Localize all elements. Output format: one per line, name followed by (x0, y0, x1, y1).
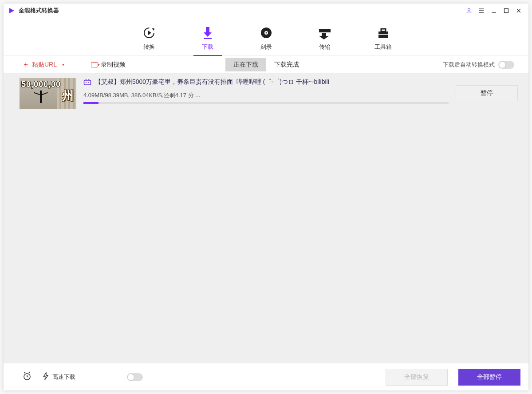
chevron-down-icon: ▾ (62, 62, 64, 67)
svg-rect-14 (204, 38, 212, 39)
record-video-button[interactable]: 录制视频 (91, 61, 126, 69)
tab-burn-label: 刻录 (250, 43, 282, 51)
transfer-icon (309, 25, 341, 40)
svg-point-1 (468, 8, 470, 11)
user-icon[interactable] (464, 5, 474, 16)
svg-marker-33 (43, 373, 48, 380)
plus-icon: ＋ (22, 60, 29, 69)
tab-burn[interactable]: 刻录 (250, 25, 282, 55)
svg-marker-13 (204, 32, 212, 37)
svg-rect-6 (504, 9, 508, 13)
auto-convert-label: 下载后自动转换模式 (443, 61, 495, 69)
tab-convert-label: 转换 (133, 43, 165, 51)
tab-transfer[interactable]: 传输 (309, 25, 341, 55)
svg-marker-0 (9, 8, 14, 13)
window-close-button[interactable] (513, 5, 524, 16)
svg-rect-21 (381, 29, 386, 32)
download-icon (192, 25, 224, 40)
pause-button[interactable]: 暂停 (456, 85, 518, 101)
tab-finished[interactable]: 下载完成 (266, 58, 307, 71)
hamburger-menu-icon[interactable] (476, 5, 487, 16)
svg-line-32 (29, 372, 30, 373)
download-toolbar: ＋ 粘贴URL ▾ 录制视频 正在下载 下载完成 下载后自动转换模式 (4, 56, 528, 74)
paste-url-button[interactable]: ＋ 粘贴URL ▾ (22, 60, 64, 69)
toolbox-icon (367, 25, 399, 40)
high-speed-toggle[interactable] (127, 373, 143, 381)
svg-rect-18 (319, 29, 331, 32)
svg-rect-23 (84, 80, 91, 85)
tab-convert[interactable]: 转换 (133, 25, 165, 55)
tab-downloading[interactable]: 正在下载 (225, 58, 266, 71)
app-title: 全能格式转换器 (19, 7, 59, 15)
resume-all-button[interactable]: 全部恢复 (386, 369, 448, 386)
tab-toolbox-label: 工具箱 (367, 43, 399, 51)
app-logo-icon (8, 7, 15, 14)
footer: 高速下载 全部恢复 全部暂停 (4, 363, 528, 390)
video-thumbnail: 50,000,00 州 (20, 78, 76, 109)
paste-url-label: 粘贴URL (32, 61, 57, 69)
download-item-title: 【艾叔】郑州5000万豪宅里，养条巨贵有没有排面_哔哩哔哩 (゜-゜)つロ 干杯… (95, 78, 329, 86)
auto-convert-toggle[interactable] (498, 61, 514, 69)
svg-line-31 (24, 372, 25, 373)
svg-marker-19 (319, 33, 329, 39)
svg-rect-12 (206, 27, 209, 32)
thumb-price-text: 50,000,00 (21, 80, 61, 89)
bilibili-icon (83, 79, 91, 85)
tab-transfer-label: 传输 (309, 43, 341, 51)
tab-download-label: 下载 (192, 43, 224, 51)
download-progress-bar (83, 102, 449, 104)
download-progress-fill (83, 102, 99, 104)
download-item-stats: 4.09MB/98.39MB, 386.04KB/S,还剩4.17 分 ... (83, 91, 449, 99)
app-window: 全能格式转换器 (4, 4, 528, 390)
camera-icon (91, 62, 98, 67)
convert-icon (133, 25, 165, 40)
lightning-icon (43, 372, 49, 382)
schedule-icon[interactable] (22, 371, 32, 382)
thumb-cn-text: 州 (62, 88, 75, 103)
download-state-tabs: 正在下载 下载完成 (225, 58, 307, 71)
svg-point-17 (265, 32, 267, 34)
tab-toolbox[interactable]: 工具箱 (367, 25, 399, 55)
svg-marker-11 (152, 28, 155, 31)
burn-icon (250, 25, 282, 40)
record-video-label: 录制视频 (101, 61, 126, 69)
svg-rect-22 (378, 34, 388, 35)
main-tabs: 转换 下载 刻录 (4, 18, 528, 56)
svg-line-30 (27, 377, 28, 377)
download-list: 50,000,00 州 【艾叔】郑州5000万豪宅里，养条巨贵有没有排面_哔哩哔… (4, 74, 528, 363)
window-maximize-button[interactable] (501, 5, 512, 16)
download-item: 50,000,00 州 【艾叔】郑州5000万豪宅里，养条巨贵有没有排面_哔哩哔… (4, 74, 528, 113)
tab-download[interactable]: 下载 (192, 25, 224, 55)
pause-all-button[interactable]: 全部暂停 (458, 369, 520, 386)
window-minimize-button[interactable] (489, 5, 499, 16)
svg-marker-10 (148, 31, 151, 35)
high-speed-label: 高速下载 (52, 373, 75, 381)
titlebar: 全能格式转换器 (4, 4, 528, 18)
